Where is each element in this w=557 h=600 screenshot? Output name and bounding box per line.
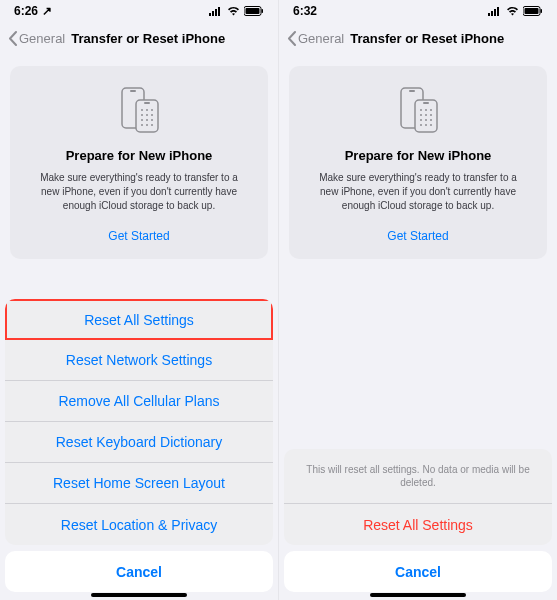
wifi-icon (506, 6, 519, 16)
svg-point-41 (425, 119, 427, 121)
battery-icon (523, 6, 543, 16)
back-button[interactable]: General (8, 31, 65, 46)
status-time: 6:32 (293, 4, 317, 18)
screenshot-right: 6:32 General Transfer or Reset iPhone (279, 0, 557, 600)
reset-homescreen-option[interactable]: Reset Home Screen Layout (5, 463, 273, 504)
reset-all-settings-option[interactable]: Reset All Settings (5, 299, 273, 340)
home-indicator[interactable] (370, 593, 466, 597)
svg-point-17 (141, 119, 143, 121)
svg-point-44 (425, 124, 427, 126)
svg-rect-3 (218, 7, 220, 16)
svg-point-39 (430, 114, 432, 116)
svg-point-14 (141, 114, 143, 116)
status-bar: 6:26 ↗ (0, 0, 278, 22)
page-title: Transfer or Reset iPhone (350, 31, 504, 46)
card-body: Make sure everything's ready to transfer… (303, 171, 533, 213)
location-icon: ↗ (42, 4, 52, 18)
status-time: 6:26 (14, 4, 38, 18)
transfer-icon (24, 86, 254, 134)
reset-keyboard-option[interactable]: Reset Keyboard Dictionary (5, 422, 273, 463)
sheet-message: This will reset all settings. No data or… (284, 449, 552, 504)
svg-rect-23 (488, 13, 490, 16)
back-label: General (19, 31, 65, 46)
svg-rect-10 (144, 102, 150, 104)
signal-icon (488, 6, 502, 16)
svg-point-42 (430, 119, 432, 121)
get-started-link[interactable]: Get Started (303, 229, 533, 243)
status-indicators (488, 6, 543, 16)
svg-point-43 (420, 124, 422, 126)
svg-point-19 (151, 119, 153, 121)
svg-point-11 (141, 109, 143, 111)
transfer-icon (303, 86, 533, 134)
svg-point-21 (146, 124, 148, 126)
svg-rect-26 (497, 7, 499, 16)
back-button[interactable]: General (287, 31, 344, 46)
reset-location-option[interactable]: Reset Location & Privacy (5, 504, 273, 545)
svg-rect-6 (262, 9, 264, 13)
card-title: Prepare for New iPhone (24, 148, 254, 163)
svg-rect-28 (525, 8, 539, 14)
signal-icon (209, 6, 223, 16)
svg-rect-29 (541, 9, 543, 13)
svg-point-38 (425, 114, 427, 116)
svg-rect-25 (494, 9, 496, 16)
svg-point-22 (151, 124, 153, 126)
svg-point-35 (425, 109, 427, 111)
svg-point-18 (146, 119, 148, 121)
get-started-link[interactable]: Get Started (24, 229, 254, 243)
svg-rect-8 (130, 90, 136, 92)
cancel-button[interactable]: Cancel (5, 551, 273, 592)
sheet-options: This will reset all settings. No data or… (284, 449, 552, 545)
svg-rect-33 (423, 102, 429, 104)
svg-point-36 (430, 109, 432, 111)
svg-rect-24 (491, 11, 493, 16)
reset-network-option[interactable]: Reset Network Settings (5, 340, 273, 381)
svg-point-12 (146, 109, 148, 111)
screenshot-left: 6:26 ↗ General Transfer or Reset iPhone (0, 0, 279, 600)
remove-cellular-option[interactable]: Remove All Cellular Plans (5, 381, 273, 422)
page-title: Transfer or Reset iPhone (71, 31, 225, 46)
battery-icon (244, 6, 264, 16)
home-indicator[interactable] (91, 593, 187, 597)
cancel-button[interactable]: Cancel (284, 551, 552, 592)
status-bar: 6:32 (279, 0, 557, 22)
prepare-card: Prepare for New iPhone Make sure everyth… (10, 66, 268, 259)
card-body: Make sure everything's ready to transfer… (24, 171, 254, 213)
svg-point-16 (151, 114, 153, 116)
svg-point-15 (146, 114, 148, 116)
svg-point-20 (141, 124, 143, 126)
wifi-icon (227, 6, 240, 16)
card-title: Prepare for New iPhone (303, 148, 533, 163)
nav-bar: General Transfer or Reset iPhone (0, 22, 278, 54)
svg-point-37 (420, 114, 422, 116)
svg-rect-1 (212, 11, 214, 16)
chevron-left-icon (8, 31, 17, 46)
svg-point-13 (151, 109, 153, 111)
svg-point-40 (420, 119, 422, 121)
back-label: General (298, 31, 344, 46)
svg-rect-31 (409, 90, 415, 92)
confirm-sheet: This will reset all settings. No data or… (284, 449, 552, 592)
reset-all-confirm-button[interactable]: Reset All Settings (284, 504, 552, 545)
action-sheet: Reset All Settings Reset Network Setting… (5, 299, 273, 592)
svg-rect-0 (209, 13, 211, 16)
nav-bar: General Transfer or Reset iPhone (279, 22, 557, 54)
svg-point-34 (420, 109, 422, 111)
status-indicators (209, 6, 264, 16)
prepare-card: Prepare for New iPhone Make sure everyth… (289, 66, 547, 259)
chevron-left-icon (287, 31, 296, 46)
sheet-options: Reset All Settings Reset Network Setting… (5, 299, 273, 545)
svg-point-45 (430, 124, 432, 126)
svg-rect-2 (215, 9, 217, 16)
svg-rect-5 (246, 8, 260, 14)
